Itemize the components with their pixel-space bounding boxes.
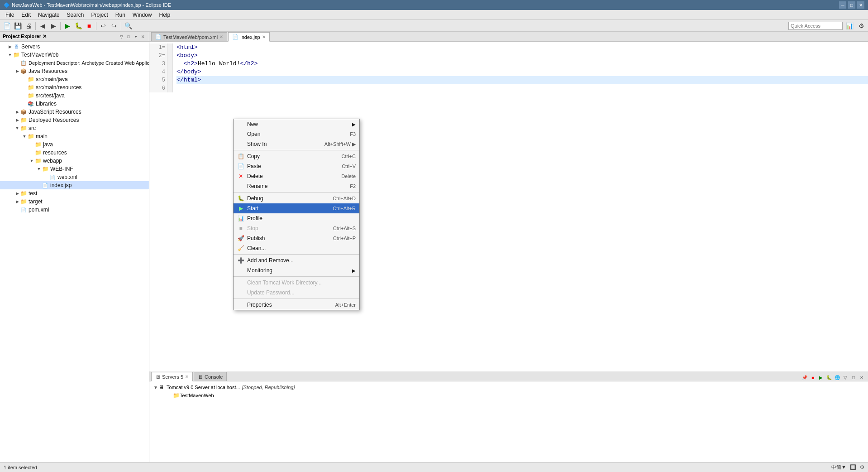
toggle-webinf[interactable]: ▼ [36,166,42,172]
tab-pom-close[interactable]: ✕ [219,34,223,39]
menu-run[interactable]: Run [112,11,129,19]
ctx-debug-shortcut: Ctrl+Alt+D [333,196,356,201]
tree-item-webinf[interactable]: ▼ 📁 WEB-INF [0,165,149,173]
bp-maximize-btn[interactable]: □ [850,374,857,381]
tree-item-src[interactable]: ▼ 📁 src [0,124,149,132]
panel-view-menu-btn[interactable]: ▾ [133,34,139,40]
toggle-webapp[interactable]: ▼ [29,158,34,164]
toolbar-perspective[interactable]: 📊 [844,21,854,31]
servers-tab-close[interactable]: ✕ [185,374,189,379]
bottom-tab-console[interactable]: 🖥 Console [194,372,227,381]
ctx-publish[interactable]: 🚀 Publish Ctrl+Alt+P [234,233,359,243]
tree-item-deployment[interactable]: 📋 Deployment Descriptor: Archetype Creat… [0,59,149,67]
tree-item-testmavenweb[interactable]: ▼ 📁 TestMavenWeb [0,51,149,59]
tree-item-src-main-java[interactable]: 📁 src/main/java [0,75,149,83]
bp-minimize-btn[interactable]: ▽ [842,374,849,381]
toggle-js[interactable]: ▶ [14,109,20,115]
code-lines[interactable]: <html> <body> <h2>Hello World!</h2> </bo… [173,43,868,92]
menu-file[interactable]: File [2,11,18,19]
bp-close-btn[interactable]: ✕ [858,374,865,381]
tree-item-java-res[interactable]: ▶ 📦 Java Resources [0,67,149,75]
tree-item-test[interactable]: ▶ 📁 test [0,189,149,197]
tree-item-src-main-res[interactable]: 📁 src/main/resources [0,83,149,92]
toolbar-btn2[interactable]: 🖨 [24,21,33,31]
bp-debug-btn[interactable]: 🐛 [825,374,833,381]
bp-stop-btn[interactable]: ■ [809,374,816,381]
tree-item-webapp[interactable]: ▼ 📁 webapp [0,157,149,165]
menu-help[interactable]: Help [156,11,174,19]
toolbar-settings[interactable]: ⚙ [856,21,866,31]
toolbar-run[interactable]: ▶ [62,21,72,31]
tree-item-webxml[interactable]: 📄 web.xml [0,173,149,181]
menu-window[interactable]: Window [129,11,156,19]
bp-open-browser[interactable]: 🌐 [834,374,841,381]
toolbar-search[interactable]: 🔍 [123,21,133,31]
tree-item-deployed-res[interactable]: ▶ 📁 Deployed Resources [0,116,149,124]
toggle-src[interactable]: ▼ [14,125,20,131]
toolbar-stop[interactable]: ■ [84,21,94,31]
ctx-clean[interactable]: 🧹 Clean... [234,243,359,253]
panel-close-btn[interactable]: ✕ [140,34,146,40]
toggle-target[interactable]: ▶ [14,199,20,204]
tree-item-servers[interactable]: ▶ 🖥 Servers [0,43,149,51]
tree-item-target[interactable]: ▶ 📁 target [0,197,149,206]
tree-item-src-test-java[interactable]: 📁 src/test/java [0,92,149,100]
minimize-button[interactable]: ─ [839,1,846,9]
menu-project[interactable]: Project [87,11,111,19]
bottom-tab-servers[interactable]: 🖥 Servers 5 ✕ [151,372,193,381]
panel-maximize-btn[interactable]: □ [125,34,132,40]
tab-indexjsp[interactable]: 📄 index.jsp ✕ [228,32,269,42]
server-child-testmavenweb[interactable]: 📁 TestMavenWeb [153,391,864,400]
bp-run-btn[interactable]: ▶ [817,374,825,381]
ctx-debug[interactable]: 🐛 Debug Ctrl+Alt+D [234,193,359,203]
toggle-project[interactable]: ▼ [7,52,13,58]
toggle-java-res[interactable]: ▶ [14,68,20,74]
panel-minimize-btn[interactable]: ▽ [118,34,124,40]
toolbar-debug[interactable]: 🐛 [73,21,83,31]
title-bar-controls[interactable]: ─ □ ✕ [839,1,864,9]
quick-access-input[interactable] [788,22,843,30]
toggle-servers[interactable]: ▶ [7,44,13,49]
tree-item-java[interactable]: 📁 java [0,140,149,149]
ctx-copy[interactable]: 📋 Copy Ctrl+C [234,151,359,161]
server-tomcat-row[interactable]: ▼ 🖥 Tomcat v9.0 Server at localhost... [… [153,383,864,391]
toolbar-back[interactable]: ◀ [38,21,48,31]
ctx-delete[interactable]: ✕ Delete Delete [234,171,359,181]
toggle-test[interactable]: ▶ [14,191,20,196]
ctx-rename-left: Rename [237,183,267,190]
close-button[interactable]: ✕ [857,1,864,9]
menu-navigate[interactable]: Navigate [34,11,63,19]
tomcat-toggle[interactable]: ▼ [153,385,158,390]
toolbar-new[interactable]: 📄 [2,21,12,31]
ctx-properties[interactable]: Properties Alt+Enter [234,300,359,310]
ctx-monitoring[interactable]: Monitoring ▶ [234,265,359,275]
ctx-profile[interactable]: 📊 Profile [234,213,359,223]
toolbar-forward[interactable]: ▶ [48,21,58,31]
ctx-paste[interactable]: 📄 Paste Ctrl+V [234,161,359,171]
ctx-start[interactable]: ▶ Start Ctrl+Alt+R [234,203,359,213]
bp-pin-btn[interactable]: 📌 [801,374,808,381]
toolbar-btn4[interactable]: ↪ [109,21,119,31]
tab-pom[interactable]: 📄 TestMavenWeb/pom.xml ✕ [151,32,227,41]
menu-edit[interactable]: Edit [18,11,34,19]
toolbar-btn3[interactable]: ↩ [98,21,108,31]
tree-item-pomxml[interactable]: 📄 pom.xml [0,206,149,214]
ctx-show-in[interactable]: Show In Alt+Shift+W ▶ [234,139,359,149]
ctx-add-remove[interactable]: ➕ Add and Remove... [234,255,359,265]
project-label: TestMavenWeb [21,52,58,58]
menu-search[interactable]: Search [63,11,87,19]
ctx-new[interactable]: New ▶ [234,119,359,129]
tree-item-indexjsp[interactable]: 📄 index.jsp [0,181,149,189]
tab-indexjsp-close[interactable]: ✕ [262,34,266,39]
ctx-new-label: New [247,121,258,127]
toolbar-btn1[interactable]: 💾 [13,21,23,31]
tree-item-libraries[interactable]: 📚 Libraries [0,100,149,108]
ctx-rename[interactable]: Rename F2 [234,181,359,191]
toggle-deployed[interactable]: ▶ [14,117,20,123]
toggle-main[interactable]: ▼ [22,134,27,139]
tree-item-js-res[interactable]: ▶ 📦 JavaScript Resources [0,108,149,116]
tree-item-resources[interactable]: 📁 resources [0,149,149,157]
tree-item-main[interactable]: ▼ 📁 main [0,132,149,140]
ctx-open[interactable]: Open F3 [234,129,359,139]
maximize-button[interactable]: □ [848,1,855,9]
